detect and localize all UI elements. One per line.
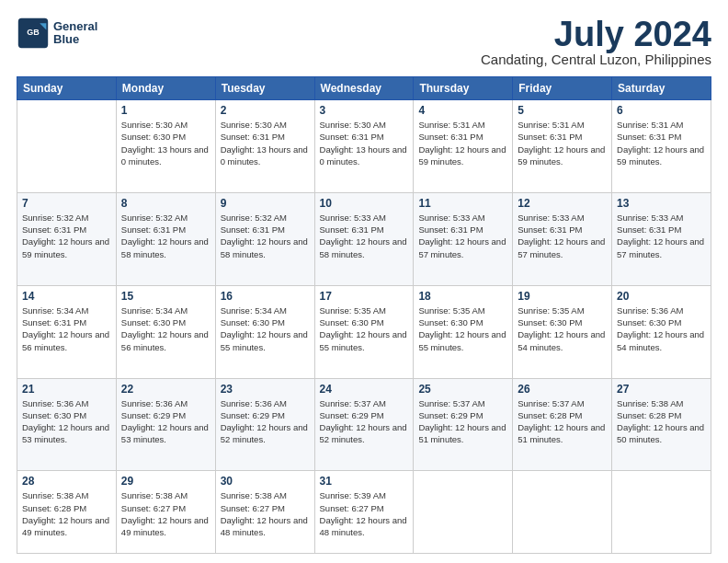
day-info: Sunrise: 5:37 AMSunset: 6:29 PMDaylight:… bbox=[320, 398, 407, 445]
calendar-header-row: Sunday Monday Tuesday Wednesday Thursday… bbox=[17, 77, 711, 100]
day-info: Sunrise: 5:38 AMSunset: 6:27 PMDaylight:… bbox=[121, 490, 209, 537]
day-info: Sunrise: 5:37 AMSunset: 6:28 PMDaylight:… bbox=[518, 398, 605, 445]
calendar-cell: 19 Sunrise: 5:35 AMSunset: 6:30 PMDaylig… bbox=[513, 285, 612, 378]
calendar-cell: 27 Sunrise: 5:38 AMSunset: 6:28 PMDaylig… bbox=[612, 378, 711, 471]
day-number: 1 bbox=[121, 104, 210, 117]
calendar-cell: 18 Sunrise: 5:35 AMSunset: 6:30 PMDaylig… bbox=[414, 285, 513, 378]
day-info: Sunrise: 5:34 AMSunset: 6:30 PMDaylight:… bbox=[121, 305, 209, 352]
calendar-cell bbox=[414, 471, 513, 554]
page: GB General Blue July 2024 Candating, Cen… bbox=[0, 0, 728, 563]
day-info: Sunrise: 5:33 AMSunset: 6:31 PMDaylight:… bbox=[418, 213, 506, 259]
calendar-cell: 7 Sunrise: 5:32 AMSunset: 6:31 PMDayligh… bbox=[17, 192, 117, 285]
day-number: 3 bbox=[320, 104, 409, 117]
day-number: 5 bbox=[518, 104, 607, 117]
day-info: Sunrise: 5:33 AMSunset: 6:31 PMDaylight:… bbox=[320, 213, 407, 259]
col-wednesday: Wednesday bbox=[314, 77, 414, 100]
col-tuesday: Tuesday bbox=[215, 77, 314, 100]
day-number: 4 bbox=[418, 104, 507, 117]
day-number: 23 bbox=[221, 383, 310, 396]
day-info: Sunrise: 5:36 AMSunset: 6:29 PMDaylight:… bbox=[221, 398, 308, 445]
day-number: 2 bbox=[221, 104, 310, 117]
day-number: 10 bbox=[320, 197, 409, 210]
day-number: 27 bbox=[617, 383, 706, 396]
calendar-cell: 22 Sunrise: 5:36 AMSunset: 6:29 PMDaylig… bbox=[116, 378, 215, 471]
day-number: 26 bbox=[518, 383, 607, 396]
calendar-cell: 21 Sunrise: 5:36 AMSunset: 6:30 PMDaylig… bbox=[17, 378, 117, 471]
day-number: 14 bbox=[22, 290, 111, 303]
day-number: 15 bbox=[121, 290, 210, 303]
calendar-cell bbox=[17, 100, 117, 193]
day-number: 16 bbox=[221, 290, 310, 303]
calendar-cell: 26 Sunrise: 5:37 AMSunset: 6:28 PMDaylig… bbox=[513, 378, 612, 471]
logo: GB General Blue bbox=[17, 17, 97, 50]
title-month: July 2024 bbox=[481, 17, 711, 52]
logo-line2: Blue bbox=[53, 33, 97, 46]
day-info: Sunrise: 5:36 AMSunset: 6:30 PMDaylight:… bbox=[22, 398, 109, 445]
day-info: Sunrise: 5:39 AMSunset: 6:27 PMDaylight:… bbox=[320, 490, 407, 537]
day-number: 12 bbox=[518, 197, 607, 210]
day-info: Sunrise: 5:32 AMSunset: 6:31 PMDaylight:… bbox=[22, 213, 109, 259]
col-monday: Monday bbox=[116, 77, 215, 100]
day-number: 20 bbox=[617, 290, 706, 303]
day-info: Sunrise: 5:31 AMSunset: 6:31 PMDaylight:… bbox=[617, 120, 704, 167]
title-location: Candating, Central Luzon, Philippines bbox=[481, 52, 711, 67]
day-info: Sunrise: 5:32 AMSunset: 6:31 PMDaylight:… bbox=[121, 213, 209, 259]
calendar-cell: 13 Sunrise: 5:33 AMSunset: 6:31 PMDaylig… bbox=[612, 192, 711, 285]
day-info: Sunrise: 5:38 AMSunset: 6:27 PMDaylight:… bbox=[221, 490, 308, 537]
calendar-cell: 4 Sunrise: 5:31 AMSunset: 6:31 PMDayligh… bbox=[414, 100, 513, 193]
day-info: Sunrise: 5:32 AMSunset: 6:31 PMDaylight:… bbox=[221, 213, 308, 259]
calendar-cell: 6 Sunrise: 5:31 AMSunset: 6:31 PMDayligh… bbox=[612, 100, 711, 193]
calendar-cell: 9 Sunrise: 5:32 AMSunset: 6:31 PMDayligh… bbox=[215, 192, 314, 285]
day-number: 24 bbox=[320, 383, 409, 396]
calendar-cell: 31 Sunrise: 5:39 AMSunset: 6:27 PMDaylig… bbox=[314, 471, 414, 554]
day-number: 9 bbox=[221, 197, 310, 210]
calendar-cell: 23 Sunrise: 5:36 AMSunset: 6:29 PMDaylig… bbox=[215, 378, 314, 471]
day-number: 30 bbox=[221, 475, 310, 488]
day-number: 29 bbox=[121, 475, 210, 488]
col-sunday: Sunday bbox=[17, 77, 117, 100]
day-info: Sunrise: 5:33 AMSunset: 6:31 PMDaylight:… bbox=[518, 213, 605, 259]
calendar-cell bbox=[513, 471, 612, 554]
day-info: Sunrise: 5:30 AMSunset: 6:31 PMDaylight:… bbox=[221, 120, 308, 167]
calendar-cell: 12 Sunrise: 5:33 AMSunset: 6:31 PMDaylig… bbox=[513, 192, 612, 285]
day-info: Sunrise: 5:33 AMSunset: 6:31 PMDaylight:… bbox=[617, 213, 704, 259]
day-number: 8 bbox=[121, 197, 210, 210]
calendar-cell: 25 Sunrise: 5:37 AMSunset: 6:29 PMDaylig… bbox=[414, 378, 513, 471]
day-number: 7 bbox=[22, 197, 111, 210]
calendar-cell: 29 Sunrise: 5:38 AMSunset: 6:27 PMDaylig… bbox=[116, 471, 215, 554]
calendar-cell: 1 Sunrise: 5:30 AMSunset: 6:30 PMDayligh… bbox=[116, 100, 215, 193]
day-info: Sunrise: 5:37 AMSunset: 6:29 PMDaylight:… bbox=[418, 398, 506, 445]
calendar-cell bbox=[612, 471, 711, 554]
calendar-cell: 11 Sunrise: 5:33 AMSunset: 6:31 PMDaylig… bbox=[414, 192, 513, 285]
day-info: Sunrise: 5:34 AMSunset: 6:31 PMDaylight:… bbox=[22, 305, 109, 352]
day-number: 6 bbox=[617, 104, 706, 117]
day-number: 28 bbox=[22, 475, 111, 488]
logo-line1: General bbox=[53, 20, 97, 33]
col-saturday: Saturday bbox=[612, 77, 711, 100]
day-info: Sunrise: 5:30 AMSunset: 6:31 PMDaylight:… bbox=[320, 120, 407, 167]
day-number: 21 bbox=[22, 383, 111, 396]
day-number: 25 bbox=[418, 383, 507, 396]
calendar-cell: 28 Sunrise: 5:38 AMSunset: 6:28 PMDaylig… bbox=[17, 471, 117, 554]
day-info: Sunrise: 5:38 AMSunset: 6:28 PMDaylight:… bbox=[617, 398, 704, 445]
calendar-cell: 20 Sunrise: 5:36 AMSunset: 6:30 PMDaylig… bbox=[612, 285, 711, 378]
day-info: Sunrise: 5:31 AMSunset: 6:31 PMDaylight:… bbox=[418, 120, 506, 167]
day-info: Sunrise: 5:36 AMSunset: 6:30 PMDaylight:… bbox=[617, 305, 704, 352]
day-info: Sunrise: 5:35 AMSunset: 6:30 PMDaylight:… bbox=[518, 305, 605, 352]
calendar-cell: 8 Sunrise: 5:32 AMSunset: 6:31 PMDayligh… bbox=[116, 192, 215, 285]
day-info: Sunrise: 5:31 AMSunset: 6:31 PMDaylight:… bbox=[518, 120, 605, 167]
day-number: 18 bbox=[418, 290, 507, 303]
header: GB General Blue July 2024 Candating, Cen… bbox=[17, 17, 711, 67]
calendar-cell: 24 Sunrise: 5:37 AMSunset: 6:29 PMDaylig… bbox=[314, 378, 414, 471]
day-number: 17 bbox=[320, 290, 409, 303]
calendar-cell: 30 Sunrise: 5:38 AMSunset: 6:27 PMDaylig… bbox=[215, 471, 314, 554]
col-friday: Friday bbox=[513, 77, 612, 100]
title-block: July 2024 Candating, Central Luzon, Phil… bbox=[481, 17, 711, 67]
calendar-cell: 16 Sunrise: 5:34 AMSunset: 6:30 PMDaylig… bbox=[215, 285, 314, 378]
day-number: 31 bbox=[320, 475, 409, 488]
logo-text: General Blue bbox=[53, 20, 97, 47]
day-info: Sunrise: 5:34 AMSunset: 6:30 PMDaylight:… bbox=[221, 305, 308, 352]
calendar-cell: 17 Sunrise: 5:35 AMSunset: 6:30 PMDaylig… bbox=[314, 285, 414, 378]
day-info: Sunrise: 5:30 AMSunset: 6:30 PMDaylight:… bbox=[121, 120, 209, 167]
day-number: 13 bbox=[617, 197, 706, 210]
